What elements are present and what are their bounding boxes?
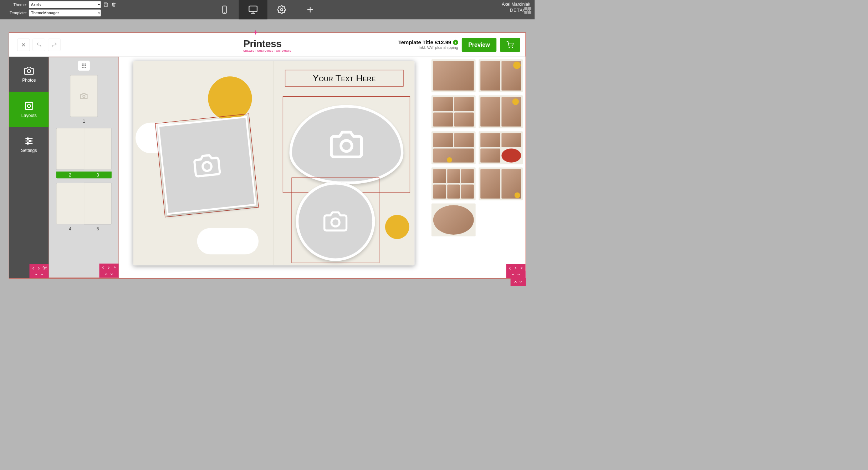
- page-thumb[interactable]: [70, 75, 98, 117]
- templates-panel: [429, 57, 525, 278]
- svg-rect-29: [83, 67, 85, 68]
- layout-template[interactable]: [432, 167, 476, 200]
- page-number: 2: [56, 173, 84, 178]
- page-thumb-2-3: 2 3: [56, 128, 112, 178]
- svg-rect-25: [82, 65, 83, 66]
- svg-rect-28: [82, 67, 83, 68]
- template-title: Template Title: [398, 39, 433, 45]
- template-price: €12.99: [435, 39, 451, 45]
- svg-rect-30: [85, 67, 86, 68]
- svg-point-36: [521, 267, 522, 268]
- sidebar-item-label: Layouts: [21, 113, 37, 118]
- svg-point-34: [341, 141, 352, 152]
- pages-strip: 1 2 3 4 5: [49, 57, 119, 278]
- layout-template[interactable]: [479, 59, 523, 92]
- save-icon[interactable]: [103, 1, 109, 7]
- svg-point-32: [114, 267, 115, 268]
- layout-template[interactable]: [432, 131, 476, 164]
- page-thumb-4-5: 4 5: [56, 183, 112, 231]
- theme-select[interactable]: Axels: [29, 1, 101, 8]
- svg-rect-14: [25, 102, 32, 109]
- add-button[interactable]: [296, 0, 325, 19]
- sidebar-item-label: Settings: [21, 148, 37, 153]
- sidebar-item-settings[interactable]: Settings: [9, 127, 49, 162]
- trash-icon[interactable]: [111, 1, 117, 7]
- page-number: 1: [56, 119, 112, 124]
- device-mobile-button[interactable]: [210, 0, 239, 19]
- layout-template[interactable]: [479, 95, 523, 128]
- text-placeholder[interactable]: Your Text Here: [285, 70, 404, 87]
- sidebar-item-layouts[interactable]: Layouts: [9, 92, 49, 127]
- page-thumb[interactable]: [84, 183, 112, 225]
- page-thumb[interactable]: [56, 128, 84, 170]
- panel-pin-pages[interactable]: [99, 264, 118, 277]
- svg-point-31: [83, 95, 85, 97]
- sidebar-item-label: Photos: [22, 78, 36, 83]
- panel-pin-sidebar[interactable]: [30, 264, 49, 278]
- page-right[interactable]: Your Text Here: [274, 61, 414, 265]
- svg-point-13: [27, 70, 31, 73]
- sidebar-item-photos[interactable]: Photos: [9, 57, 49, 92]
- theme-label: Theme:: [2, 2, 27, 7]
- cart-button[interactable]: [500, 38, 520, 52]
- template-label: Template:: [2, 11, 27, 15]
- book-spread: Your Text Here: [133, 61, 414, 265]
- layout-template[interactable]: [432, 95, 476, 128]
- svg-rect-2: [249, 6, 257, 12]
- svg-point-21: [44, 267, 45, 268]
- page-number: 3: [84, 173, 112, 178]
- close-button[interactable]: [17, 39, 30, 51]
- layout-template[interactable]: [479, 131, 523, 164]
- svg-rect-26: [83, 65, 85, 66]
- layout-grid-icon[interactable]: +: [524, 7, 531, 14]
- undo-button[interactable]: [32, 39, 45, 51]
- device-desktop-button[interactable]: [239, 0, 267, 19]
- svg-rect-23: [83, 63, 85, 65]
- svg-point-10: [509, 47, 510, 48]
- pages-grid-button[interactable]: [78, 61, 90, 71]
- editor-header: Pri✦ntess CREATE • CUSTOMIZE • AUTOMATE …: [9, 33, 526, 57]
- svg-point-11: [512, 47, 513, 48]
- settings-gear-button[interactable]: [267, 0, 296, 19]
- svg-point-5: [281, 9, 283, 11]
- layout-template[interactable]: [432, 59, 476, 92]
- page-number: 5: [84, 226, 112, 231]
- layout-template[interactable]: [479, 167, 523, 200]
- price-info-icon[interactable]: i: [453, 40, 458, 45]
- page-number: 4: [56, 226, 84, 231]
- user-name: Axel Marciniak: [502, 2, 530, 7]
- preview-button[interactable]: Preview: [462, 38, 497, 52]
- layout-template[interactable]: [432, 203, 476, 236]
- editor-frame: Pri✦ntess CREATE • CUSTOMIZE • AUTOMATE …: [9, 32, 526, 279]
- canvas: Your Text Here: [119, 57, 429, 278]
- brand-logo: Pri✦ntess CREATE • CUSTOMIZE • AUTOMATE: [243, 37, 291, 52]
- vat-note: Inkl. VAT plus shipping: [398, 46, 458, 50]
- svg-rect-27: [85, 65, 86, 66]
- image-placeholder-circle[interactable]: [296, 182, 375, 261]
- redo-button[interactable]: [48, 39, 61, 51]
- svg-point-33: [202, 162, 212, 171]
- panel-pin-templates[interactable]: [506, 264, 525, 278]
- page-left[interactable]: [133, 61, 274, 265]
- sidebar: Photos Layouts Settings: [9, 57, 49, 278]
- svg-point-35: [331, 218, 339, 226]
- svg-rect-22: [82, 63, 83, 65]
- page-thumb[interactable]: [56, 183, 84, 225]
- template-select[interactable]: ThemeManager: [29, 9, 101, 17]
- page-thumb-1: 1: [56, 75, 112, 124]
- page-thumb[interactable]: [84, 128, 112, 170]
- svg-rect-24: [85, 63, 86, 65]
- app-topbar: Theme: Axels Template: ThemeManager: [0, 0, 535, 19]
